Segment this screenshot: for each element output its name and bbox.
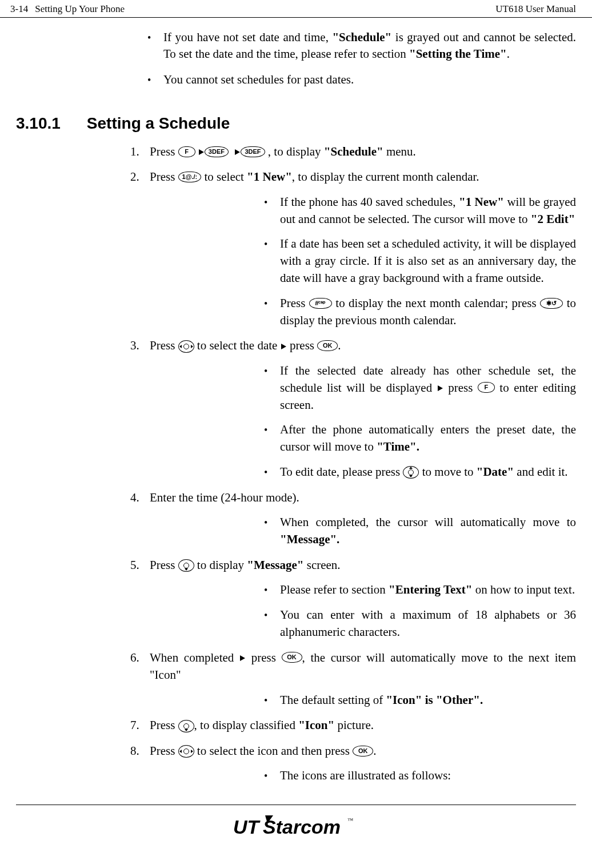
step-3-sub: • If the selected date already has other… bbox=[264, 363, 576, 481]
step-1: 1. Press F 3DEF 3DEF , to display "Sched… bbox=[130, 143, 576, 160]
step-number: 5. bbox=[130, 556, 150, 574]
text: on how to input text. bbox=[473, 583, 575, 596]
text: Press bbox=[150, 718, 178, 732]
key-ok-icon: OK bbox=[353, 746, 373, 756]
nav-up-down-icon bbox=[403, 466, 419, 479]
text: press bbox=[251, 651, 282, 664]
utstarcom-logo-icon: UT Starcom ™ bbox=[233, 814, 359, 841]
bullet-icon: • bbox=[264, 692, 280, 708]
key-f-icon: F bbox=[478, 382, 495, 393]
step-8-sub: • The icons are illustrated as follows: bbox=[264, 767, 576, 785]
bold-text: "2 Edit" bbox=[531, 212, 575, 226]
text: Please refer to section bbox=[280, 583, 389, 596]
section-heading: 3.10.1 Setting a Schedule bbox=[16, 114, 576, 133]
key-ok-icon: OK bbox=[282, 652, 302, 663]
text: Press bbox=[150, 145, 178, 158]
text: to display the next month calendar; pres… bbox=[335, 296, 540, 310]
bold-text: "Entering Text" bbox=[389, 583, 472, 596]
step-7: 7. Press , to display classified "Icon" … bbox=[130, 716, 576, 734]
arrow-right-icon bbox=[235, 149, 240, 155]
step-4: 4. Enter the time (24-hour mode). bbox=[130, 489, 576, 506]
text: Press bbox=[150, 170, 178, 184]
intro-bullets: • If you have not set date and time, "Sc… bbox=[147, 29, 576, 88]
step-5: 5. Press to display "Message" screen. bbox=[130, 556, 576, 574]
bullet-icon: • bbox=[147, 71, 163, 88]
text: Press bbox=[280, 296, 309, 310]
text: , to display the current month calendar. bbox=[292, 170, 479, 184]
text: When completed bbox=[150, 651, 239, 664]
bullet-icon: • bbox=[147, 29, 163, 62]
numbered-steps: 1. Press F 3DEF 3DEF , to display "Sched… bbox=[130, 143, 576, 785]
step-3-sub-3: • To edit date, please press to move to … bbox=[264, 464, 576, 481]
bold-text: "Schedule" bbox=[324, 145, 383, 158]
intro-bullet-2: • You cannot set schedules for past date… bbox=[147, 71, 576, 88]
text: to display bbox=[197, 558, 247, 572]
text: press bbox=[448, 381, 478, 395]
text: , to display classified bbox=[194, 718, 299, 732]
bullet-icon: • bbox=[264, 236, 280, 252]
step-5-sub-2: • You can enter with a maximum of 18 alp… bbox=[264, 607, 576, 641]
bold-text: "Setting the Time" bbox=[409, 47, 507, 61]
step-8-sub-1: • The icons are illustrated as follows: bbox=[264, 767, 576, 785]
step-number: 6. bbox=[130, 649, 150, 666]
text: picture. bbox=[334, 718, 374, 732]
step-6-sub: • The default setting of "Icon" is "Othe… bbox=[264, 692, 576, 709]
bullet-icon: • bbox=[264, 295, 280, 312]
text: The default setting of bbox=[280, 693, 386, 707]
bullet-icon: • bbox=[264, 194, 280, 210]
step-2-sub-1: • If the phone has 40 saved schedules, "… bbox=[264, 194, 576, 228]
arrow-right-icon bbox=[240, 655, 245, 661]
text: . bbox=[507, 47, 510, 61]
bold-text: "Date" bbox=[477, 465, 514, 479]
text: to move to bbox=[422, 465, 477, 479]
step-5-sub: • Please refer to section "Entering Text… bbox=[264, 582, 576, 640]
text: When completed, the cursor will automati… bbox=[280, 515, 576, 529]
key-3-icon: 3DEF bbox=[241, 146, 265, 157]
svg-text:™: ™ bbox=[347, 817, 353, 823]
text: After the phone automatically enters the… bbox=[280, 423, 576, 453]
bold-text: "Message" bbox=[247, 558, 303, 572]
text: If a date has been set a scheduled activ… bbox=[280, 236, 576, 286]
nav-down-icon bbox=[178, 720, 194, 732]
text: Press bbox=[150, 558, 178, 572]
step-3: 3. Press to select the date press OK. bbox=[130, 337, 576, 354]
step-2-sub-2: • If a date has been set a scheduled act… bbox=[264, 236, 576, 286]
section-number: 3.10.1 bbox=[16, 114, 61, 133]
text: and edit it. bbox=[514, 465, 567, 479]
bold-text: "Icon" bbox=[298, 718, 334, 732]
text: Press bbox=[150, 339, 178, 352]
step-number: 2. bbox=[130, 168, 150, 185]
nav-down-icon bbox=[178, 559, 194, 572]
step-number: 4. bbox=[130, 489, 150, 506]
manual-page: 3-14 Setting Up Your Phone UT618 User Ma… bbox=[0, 0, 592, 868]
text: screen. bbox=[303, 558, 340, 572]
intro-bullet-1: • If you have not set date and time, "Sc… bbox=[147, 29, 576, 62]
step-number: 8. bbox=[130, 742, 150, 759]
section-title: Setting a Schedule bbox=[87, 114, 230, 133]
bullet-icon: • bbox=[264, 767, 280, 784]
bold-text: "1 New" bbox=[459, 195, 504, 209]
nav-left-right-icon bbox=[178, 340, 194, 353]
svg-text:Starcom: Starcom bbox=[263, 816, 341, 838]
step-number: 1. bbox=[130, 143, 150, 160]
step-6-sub-1: • The default setting of "Icon" is "Othe… bbox=[264, 692, 576, 709]
text: You can enter with a maximum of 18 alpha… bbox=[280, 607, 576, 641]
arrow-right-icon bbox=[438, 385, 443, 391]
bullet-icon: • bbox=[264, 464, 280, 480]
step-5-sub-1: • Please refer to section "Entering Text… bbox=[264, 582, 576, 599]
svg-text:UT: UT bbox=[233, 816, 261, 838]
text: Enter the time (24-hour mode). bbox=[150, 489, 576, 506]
bold-text: "Schedule" bbox=[332, 30, 391, 44]
arrow-right-icon bbox=[199, 149, 204, 155]
step-3-sub-2: • After the phone automatically enters t… bbox=[264, 421, 576, 456]
key-f-icon: F bbox=[178, 146, 195, 157]
text: The icons are illustrated as follows: bbox=[280, 767, 576, 785]
step-2-sub: • If the phone has 40 saved schedules, "… bbox=[264, 194, 576, 329]
text: Press bbox=[150, 744, 178, 758]
bold-text: "Time". bbox=[377, 440, 419, 453]
step-2: 2. Press 1@./: to select "1 New", to dis… bbox=[130, 168, 576, 185]
page-header: 3-14 Setting Up Your Phone UT618 User Ma… bbox=[0, 0, 592, 18]
page-content: • If you have not set date and time, "Sc… bbox=[0, 18, 592, 785]
bullet-icon: • bbox=[264, 363, 280, 379]
step-8: 8. Press to select the icon and then pre… bbox=[130, 742, 576, 759]
